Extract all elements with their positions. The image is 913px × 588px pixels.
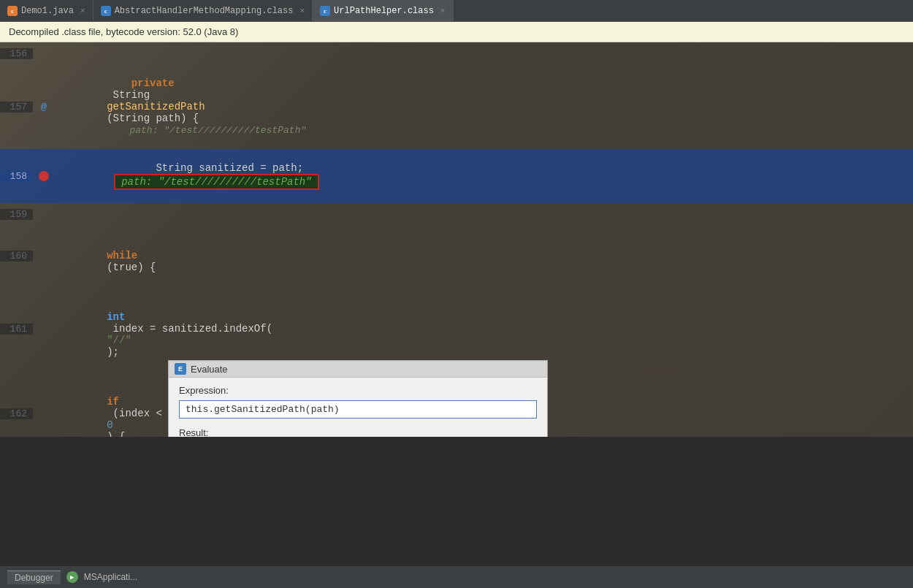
expression-label: Expression:: [179, 385, 537, 396]
decompile-notice: Decompiled .class file, bytecode version…: [0, 22, 913, 42]
line-num-162: 162: [0, 408, 33, 419]
debugger-tab[interactable]: Debugger: [7, 570, 61, 584]
line157-hint: path: "/test//////////testPath": [107, 125, 306, 136]
code-line-159: 159: [0, 203, 913, 225]
code-line-160: 160 while (true) {: [0, 225, 913, 286]
line-num-160: 160: [0, 251, 33, 261]
tab-bar: c Demo1.java × c AbstractHandlerMethodMa…: [0, 0, 913, 22]
line-num-156: 156: [0, 48, 33, 59]
java-file-icon: c: [7, 6, 18, 16]
line-code-158: String sanitized = path; path: "/test///…: [55, 149, 913, 203]
code-line-157: 157 @ private String getSanitizedPath (S…: [0, 64, 913, 149]
code-line-158: 158 String sanitized = path; path: "/tes…: [0, 149, 913, 203]
evaluate-body: Expression: Result: ▼ ∞ result = "/test/…: [169, 378, 547, 437]
inline-hint-158: path: "/test//////////testPath": [114, 174, 318, 190]
code-string-sanitized: String sanitized = path;: [107, 162, 303, 174]
code-params: (String path) {: [107, 112, 199, 124]
code-area: 156 157 @ private String getSanitizedPat…: [0, 42, 913, 437]
result-label: Result:: [179, 427, 537, 437]
run-icon: ▶: [66, 571, 78, 583]
line-num-158: 158: [0, 171, 33, 182]
debugger-label: Debugger: [15, 573, 53, 583]
app-label: MSApplicati...: [84, 572, 137, 582]
tab-urlpathhelper-label: UrlPathHelper.class: [334, 6, 434, 16]
evaluate-title-bar: E Evaluate: [169, 361, 547, 378]
line-gutter-158: [33, 171, 55, 181]
code-string-type: String: [107, 89, 156, 101]
keyword-private: private: [107, 77, 174, 89]
tab-abstract-handler-close[interactable]: ×: [299, 7, 305, 15]
evaluate-title: Evaluate: [191, 364, 228, 375]
code-line-161: 161 int index = sanitized.indexOf( "//" …: [0, 286, 913, 371]
line-code-161: int index = sanitized.indexOf( "//" );: [55, 286, 913, 371]
evaluate-panel: E Evaluate Expression: Result: ▼ ∞ resul…: [168, 360, 548, 437]
tab-urlpathhelper[interactable]: c UrlPathHelper.class ×: [313, 0, 453, 21]
line-gutter-157: @: [33, 102, 55, 112]
abstract-handler-icon: c: [101, 6, 111, 16]
method-name: getSanitizedPath: [107, 101, 205, 112]
line-num-157: 157: [0, 102, 33, 112]
tab-abstract-handler-label: AbstractHandlerMethodMapping.class: [115, 6, 294, 16]
expression-input[interactable]: [179, 400, 537, 419]
tab-urlpathhelper-close[interactable]: ×: [440, 7, 446, 15]
line-num-161: 161: [0, 324, 33, 335]
bottom-bar: Debugger ▶ MSApplicati...: [0, 566, 913, 588]
urlpathhelper-icon: c: [320, 6, 330, 16]
line-code-157: private String getSanitizedPath (String …: [55, 64, 913, 149]
debug-marker-157: @: [41, 102, 47, 112]
tab-demo1-close[interactable]: ×: [80, 7, 85, 15]
line-num-159: 159: [0, 209, 33, 220]
code-line-156: 156: [0, 42, 913, 64]
evaluate-panel-icon: E: [175, 363, 186, 375]
line-code-159: [55, 213, 913, 215]
line-code-160: while (true) {: [55, 225, 913, 286]
tab-abstract-handler[interactable]: c AbstractHandlerMethodMapping.class ×: [93, 0, 313, 21]
line-code-156: [55, 52, 913, 55]
breakpoint-158: [39, 171, 49, 181]
tab-demo1-java[interactable]: c Demo1.java ×: [0, 0, 93, 21]
tab-demo1-label: Demo1.java: [21, 6, 74, 16]
keyword-int: int: [107, 311, 125, 323]
